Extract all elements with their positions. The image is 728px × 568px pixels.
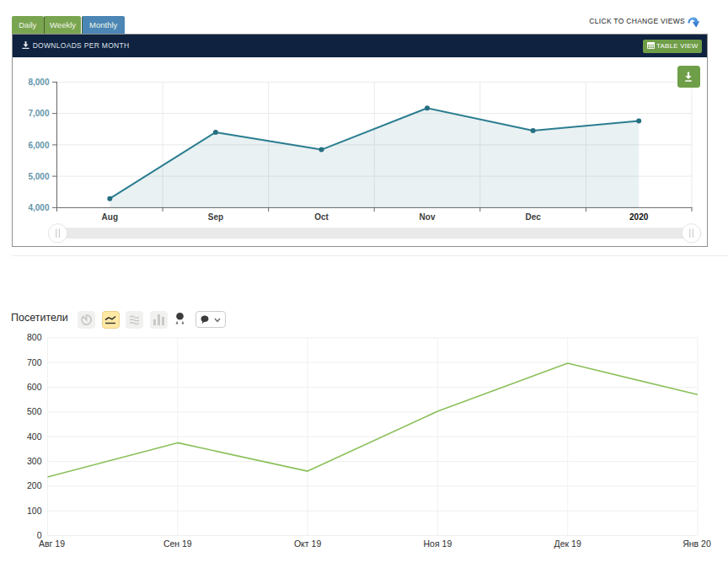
svg-text:400: 400 [27,431,42,442]
svg-text:Sep: Sep [208,212,223,222]
svg-text:Сен 19: Сен 19 [163,539,192,549]
svg-text:200: 200 [27,480,42,490]
svg-text:300: 300 [27,456,42,466]
svg-text:Aug: Aug [102,212,118,222]
svg-text:600: 600 [27,382,42,392]
svg-text:6,000: 6,000 [28,141,49,150]
svg-text:2020: 2020 [629,212,649,222]
svg-text:Ноя 19: Ноя 19 [424,539,452,549]
svg-text:5,000: 5,000 [28,172,49,181]
svg-text:700: 700 [27,357,42,367]
svg-text:Авг 19: Авг 19 [39,539,65,549]
svg-text:4,000: 4,000 [28,203,49,212]
svg-text:100: 100 [27,506,42,516]
svg-text:Oct: Oct [314,212,329,222]
svg-text:8,000: 8,000 [28,78,49,87]
svg-text:Nov: Nov [420,212,436,222]
svg-text:800: 800 [27,332,42,342]
svg-text:Окт 19: Окт 19 [294,539,321,549]
svg-text:Дек 19: Дек 19 [554,539,581,549]
svg-text:500: 500 [27,406,42,416]
svg-text:Dec: Dec [525,212,541,222]
svg-text:Янв 20: Янв 20 [682,539,711,549]
svg-text:7,000: 7,000 [28,109,49,118]
